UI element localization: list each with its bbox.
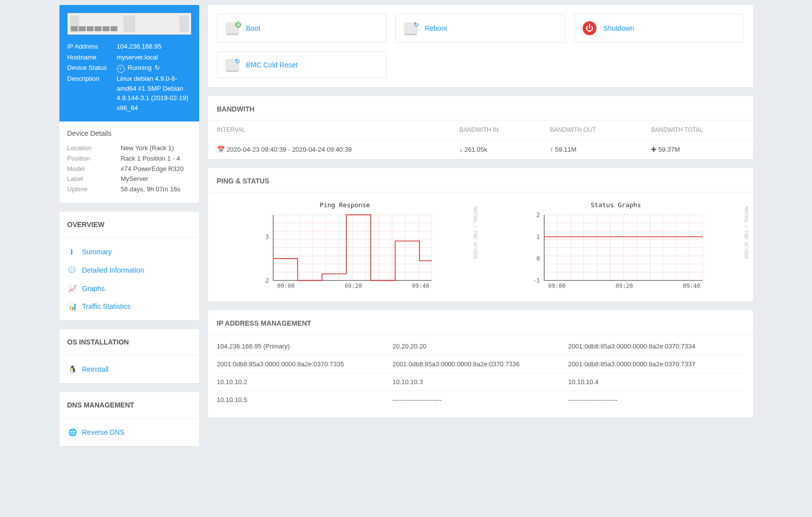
- power-on-icon: [225, 22, 239, 34]
- arrow-up-icon: ↑: [550, 146, 553, 153]
- model-label: Model: [67, 164, 121, 174]
- ip-cell: 2001:0db8:85a3:0000:0000:8a2e:0370:7336: [392, 360, 568, 368]
- ipam-title: IP ADDRESS MANAGEMENT: [208, 310, 753, 335]
- bmc-reset-button[interactable]: BMC Cold Reset: [217, 52, 387, 78]
- nav-reinstall[interactable]: 🐧Reinstall: [59, 360, 199, 378]
- calendar-icon: 📅: [217, 146, 225, 153]
- nav-graphs-label: Graphs: [82, 285, 105, 292]
- linux-icon: 🐧: [68, 365, 75, 373]
- nav-traffic-label: Traffic Statistics: [82, 302, 131, 310]
- bw-interval: 📅 2020-04-23 09:40:39 - 2020-04-24 09:40…: [208, 140, 451, 160]
- col-total: BANDWITH TOTAL: [642, 120, 753, 140]
- ping-title: PING & STATUS: [208, 168, 753, 192]
- description-label: Description: [67, 74, 117, 113]
- chart-side-label-2: RRDTOOL / TOBI OETIKER: [744, 206, 748, 259]
- svg-text:3: 3: [265, 233, 269, 240]
- reboot-label: Reboot: [425, 24, 447, 32]
- ip-row: 10.10.10.5------------------------------…: [217, 391, 744, 408]
- bw-total: ✚ 59.37M: [642, 140, 753, 160]
- nav-graphs[interactable]: 📈Graphs: [59, 280, 199, 297]
- overview-section: OVERVIEW ℹSummary ⓘDetailed Information …: [59, 212, 199, 320]
- nav-summary-label: Summary: [82, 248, 112, 256]
- boot-button[interactable]: Boot: [217, 14, 387, 43]
- bw-out: ↑ 59.11M: [541, 140, 642, 160]
- svg-text:09:20: 09:20: [615, 283, 633, 289]
- col-in: BANDWITH IN: [450, 120, 541, 140]
- status-value: Running: [117, 63, 191, 73]
- ip-value: 104.236.166.95: [117, 42, 191, 52]
- ip-cell: 20.20.20.20: [392, 343, 568, 350]
- ip-cell: 2001:0db8:85a3:0000:0000:8a2e:0370:7334: [568, 343, 744, 350]
- bandwidth-table: INTERVAL BANDWITH IN BANDWITH OUT BANDWI…: [208, 120, 753, 159]
- ip-cell: 2001:0db8:85a3:0000:0000:8a2e:0370:7335: [217, 360, 393, 368]
- svg-text:1: 1: [536, 233, 540, 240]
- bmc-icon: [225, 59, 239, 71]
- dns-title: DNS MANAGEMENT: [59, 392, 199, 418]
- check-icon: [117, 63, 125, 73]
- uptime-label: Uptime: [67, 184, 121, 195]
- info-icon: ℹ: [68, 248, 75, 256]
- ip-cell: 2001:0db8:85a3:0000:0000:8a2e:0370:7337: [568, 360, 744, 368]
- reboot-icon: [404, 22, 418, 34]
- reboot-button[interactable]: Reboot: [395, 14, 565, 43]
- device-details-title: Device Details: [59, 121, 199, 141]
- svg-text:09:40: 09:40: [683, 283, 700, 289]
- svg-text:09:00: 09:00: [277, 283, 294, 289]
- location-value: New York (Rack 1): [121, 143, 191, 154]
- nav-detailed-label: Detailed Information: [82, 266, 144, 274]
- ip-cell: -----------------------: [392, 396, 568, 403]
- col-out: BANDWITH OUT: [541, 120, 642, 140]
- svg-text:09:00: 09:00: [548, 283, 565, 289]
- info-circle-icon: ⓘ: [68, 266, 75, 275]
- svg-text:09:20: 09:20: [344, 283, 362, 289]
- overview-title: OVERVIEW: [59, 212, 199, 238]
- svg-text:-1: -1: [533, 277, 540, 284]
- action-panel: Boot Reboot ⏻Shutdown BMC Cold Reset: [208, 5, 753, 87]
- area-chart-icon: 📈: [68, 285, 75, 292]
- boot-label: Boot: [246, 24, 261, 32]
- uptime-value: 58 days, 9h 07m 16s: [121, 184, 191, 195]
- arrow-down-icon: ↓: [459, 146, 463, 153]
- hostname-value: myserver.local: [117, 53, 191, 62]
- status-label: Device Status: [67, 63, 117, 73]
- ip-row: 104.236.166.95 (Primary)20.20.20.202001:…: [217, 338, 744, 355]
- label-value: MyServer: [121, 174, 191, 184]
- nav-reverse-dns[interactable]: 🌐Reverse DNS: [59, 423, 199, 441]
- status-text: Running: [128, 63, 152, 73]
- dns-section: DNS MANAGEMENT 🌐Reverse DNS: [59, 392, 199, 446]
- description-value: Linux debian 4.9.0-8-amd64 #1 SMP Debian…: [117, 74, 191, 113]
- ip-label: IP Address: [67, 42, 117, 52]
- nav-summary[interactable]: ℹSummary: [59, 243, 199, 261]
- plus-icon: ✚: [651, 146, 656, 153]
- ip-cell: 10.10.10.4: [568, 378, 744, 386]
- position-value: Rack 1 Position 1 - 4: [121, 154, 191, 164]
- ping-status-panel: PING & STATUS Ping Response 2309:0009:20…: [208, 168, 753, 301]
- nav-reverse-dns-label: Reverse DNS: [82, 428, 125, 436]
- os-title: OS INSTALLATION: [59, 329, 199, 355]
- nav-detailed[interactable]: ⓘDetailed Information: [59, 261, 199, 280]
- os-section: OS INSTALLATION 🐧Reinstall: [59, 329, 199, 383]
- refresh-icon[interactable]: [155, 63, 160, 73]
- bmc-label: BMC Cold Reset: [246, 61, 298, 69]
- ip-cell: 104.236.166.95 (Primary): [217, 343, 393, 350]
- ip-cell: 10.10.10.3: [392, 378, 568, 386]
- server-image: [67, 13, 191, 35]
- ip-cell: -----------------------: [568, 396, 744, 403]
- ip-cell: 10.10.10.5: [217, 396, 393, 403]
- shutdown-label: Shutdown: [603, 24, 634, 32]
- col-interval: INTERVAL: [208, 120, 451, 140]
- model-value: #74 PowerEdge R320: [121, 164, 191, 174]
- ipam-panel: IP ADDRESS MANAGEMENT 104.236.166.95 (Pr…: [208, 310, 753, 417]
- shutdown-button[interactable]: ⏻Shutdown: [574, 14, 744, 43]
- ping-chart: Ping Response 2309:0009:2009:40 RRDTOOL …: [217, 201, 473, 292]
- ip-row: 10.10.10.210.10.10.310.10.10.4: [217, 373, 744, 391]
- bw-in: ↓ 261.05k: [450, 140, 541, 160]
- status-chart: Status Graphs -101209:0009:2009:40 RRDTO…: [488, 201, 744, 292]
- label-label: Label: [67, 174, 121, 184]
- table-row: 📅 2020-04-23 09:40:39 - 2020-04-24 09:40…: [208, 140, 753, 160]
- location-label: Location: [67, 143, 121, 154]
- bandwidth-panel: BANDWITH INTERVAL BANDWITH IN BANDWITH O…: [208, 96, 753, 159]
- svg-text:09:40: 09:40: [412, 283, 429, 289]
- svg-text:2: 2: [536, 212, 540, 219]
- nav-traffic[interactable]: 📊Traffic Statistics: [59, 297, 199, 315]
